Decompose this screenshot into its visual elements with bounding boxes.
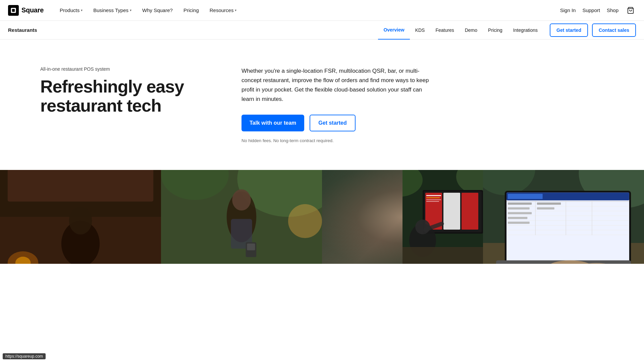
resources-chevron-icon: ▾ — [235, 8, 236, 12]
svg-rect-47 — [506, 211, 629, 211]
svg-rect-1 — [12, 9, 15, 11]
photo-scene-laptop — [483, 170, 644, 264]
hero-title: Refreshingly easy restaurant tech — [40, 77, 215, 115]
svg-rect-53 — [535, 200, 536, 235]
hero-cta-group: Talk with our team Get started — [241, 115, 429, 131]
logo-wordmark: Square — [21, 6, 44, 14]
logo[interactable]: Square — [8, 5, 44, 16]
photo-scene-kds — [322, 170, 483, 264]
sub-nav-ctas: Get started Contact sales — [550, 23, 636, 37]
svg-rect-54 — [566, 200, 566, 235]
hero-body-text: Whether you're a single-location FSR, mu… — [241, 66, 429, 104]
sub-nav-links: Overview KDS Features Demo Pricing Integ… — [53, 21, 636, 40]
svg-rect-29 — [426, 195, 441, 196]
top-navigation: Square Products ▾ Business Types ▾ Why S… — [0, 0, 644, 21]
nav-right-links: Sign In Support Shop — [560, 5, 636, 16]
sub-nav-get-started-button[interactable]: Get started — [550, 23, 588, 37]
svg-point-15 — [288, 204, 322, 238]
sub-nav-kds[interactable]: KDS — [410, 21, 430, 40]
svg-rect-46 — [506, 206, 629, 206]
svg-rect-60 — [508, 212, 532, 214]
photo-cell-kitchen — [0, 170, 161, 264]
sub-nav-overview[interactable]: Overview — [378, 21, 410, 40]
nav-item-pricing[interactable]: Pricing — [178, 0, 204, 21]
main-nav-items: Products ▾ Business Types ▾ Why Square? … — [54, 0, 560, 21]
svg-rect-27 — [443, 193, 460, 230]
photo-cell-server — [161, 170, 322, 264]
nav-item-resources[interactable]: Resources ▾ — [204, 0, 242, 21]
logo-icon — [8, 5, 19, 16]
hero-subtitle: All-in-one restaurant POS system — [40, 66, 215, 72]
svg-rect-58 — [508, 207, 530, 209]
sub-nav-pricing[interactable]: Pricing — [483, 21, 508, 40]
cart-icon[interactable] — [625, 5, 636, 16]
sign-in-link[interactable]: Sign In — [560, 7, 576, 13]
svg-rect-56 — [508, 202, 532, 204]
svg-rect-32 — [426, 201, 439, 202]
hero-right-column: Whether you're a single-location FSR, mu… — [241, 66, 429, 143]
hero-title-line2: restaurant tech — [40, 96, 161, 115]
hero-section: All-in-one restaurant POS system Refresh… — [0, 40, 644, 170]
svg-rect-50 — [506, 225, 629, 226]
sub-nav-contact-sales-button[interactable]: Contact sales — [592, 23, 636, 37]
svg-rect-51 — [506, 230, 629, 230]
shop-link[interactable]: Shop — [607, 7, 619, 13]
nav-item-why-square[interactable]: Why Square? — [137, 0, 178, 21]
hero-left-column: All-in-one restaurant POS system Refresh… — [40, 66, 215, 115]
svg-rect-57 — [537, 202, 561, 204]
svg-rect-5 — [8, 170, 153, 201]
sub-nav-demo[interactable]: Demo — [460, 21, 483, 40]
products-chevron-icon: ▾ — [81, 8, 83, 12]
nav-item-business-types[interactable]: Business Types ▾ — [88, 0, 137, 21]
photo-cell-laptop — [483, 170, 644, 264]
svg-rect-59 — [537, 207, 554, 209]
svg-rect-48 — [506, 216, 629, 216]
svg-rect-49 — [506, 221, 629, 221]
svg-point-17 — [232, 189, 251, 210]
hero-get-started-button[interactable]: Get started — [310, 115, 355, 131]
svg-rect-31 — [426, 199, 441, 200]
sub-nav-integrations[interactable]: Integrations — [508, 21, 543, 40]
svg-rect-52 — [506, 235, 629, 235]
photo-scene-server — [161, 170, 322, 264]
sub-nav-features[interactable]: Features — [430, 21, 459, 40]
svg-rect-45 — [506, 201, 629, 201]
svg-rect-44 — [508, 194, 543, 199]
hero-title-line1: Refreshingly easy — [40, 77, 184, 96]
business-types-chevron-icon: ▾ — [130, 8, 131, 12]
support-link[interactable]: Support — [582, 7, 600, 13]
svg-rect-20 — [247, 244, 255, 250]
sub-navigation: Restaurants Overview KDS Features Demo P… — [0, 21, 644, 40]
svg-rect-62 — [508, 222, 530, 224]
photo-strip — [0, 170, 644, 264]
svg-point-7 — [69, 207, 92, 234]
svg-rect-55 — [592, 200, 592, 235]
photo-scene-kitchen — [0, 170, 161, 264]
svg-rect-61 — [508, 217, 527, 219]
sub-nav-brand: Restaurants — [8, 27, 37, 33]
talk-with-team-button[interactable]: Talk with our team — [241, 115, 304, 131]
photo-cell-kds — [322, 170, 483, 264]
hero-footnote: No hidden fees. No long-term contract re… — [241, 138, 429, 143]
svg-rect-36 — [402, 247, 483, 264]
nav-item-products[interactable]: Products ▾ — [54, 0, 88, 21]
svg-rect-28 — [462, 193, 478, 230]
svg-rect-30 — [426, 197, 440, 198]
